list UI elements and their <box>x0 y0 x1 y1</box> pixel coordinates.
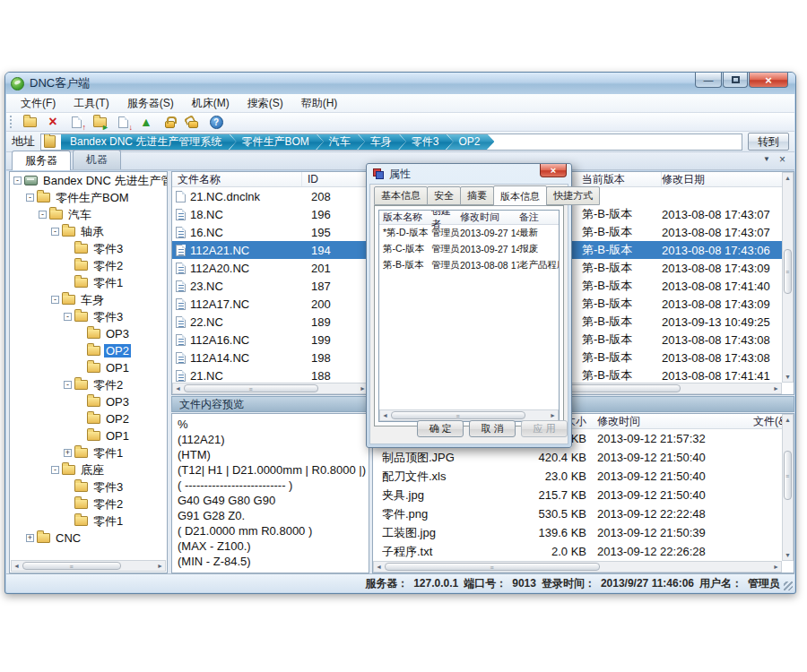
tree-expander[interactable]: - <box>64 381 72 389</box>
column-note[interactable]: 备注 <box>519 211 559 224</box>
tree-item-bom[interactable]: -零件生产BOM <box>10 189 167 206</box>
title-bar[interactable]: DNC客户端 — × <box>5 73 795 94</box>
tree-hscrollbar[interactable]: ◄ ≡ ► <box>11 560 166 572</box>
scroll-thumb[interactable]: ≡ <box>784 451 792 500</box>
tree-item[interactable]: 零件3 <box>10 478 167 495</box>
tree-item-base[interactable]: -底座 <box>10 461 167 478</box>
address-field[interactable]: Bandex DNC 先进生产管理系统 零件生产BOM 汽车 车身 零件3 OP… <box>40 134 742 151</box>
tree-item[interactable]: OP1 <box>10 359 167 376</box>
column-time[interactable]: 修改时间 <box>460 211 519 224</box>
go-button[interactable]: 转到 <box>748 133 789 151</box>
scroll-thumb[interactable]: ≡ <box>391 411 525 419</box>
version-list-vscrollbar[interactable]: ▲ ≡ ▼ <box>782 172 794 383</box>
column-modified-date[interactable]: 修改日期 <box>662 172 794 186</box>
scroll-thumb[interactable]: ≡ <box>22 562 121 570</box>
tree-expander[interactable]: - <box>51 296 59 304</box>
file-row-selected[interactable]: 112A21.NC194 <box>172 241 369 259</box>
menu-machine[interactable]: 机床(M) <box>183 94 239 113</box>
attachment-row[interactable]: 制品顶图.JPG420.4 KB2013-09-12 21:50:40 <box>373 448 794 467</box>
file-list-hscrollbar[interactable]: ◄ ≡ ► <box>172 383 369 394</box>
scroll-right-icon[interactable]: ► <box>155 561 165 571</box>
scroll-thumb[interactable]: ≡ <box>184 384 318 392</box>
version-history-row[interactable]: 第-B-版本管理员2013-08-08 17:...老产品程序 <box>379 257 559 273</box>
menu-search[interactable]: 搜索(S) <box>239 94 292 113</box>
tab-security[interactable]: 安全 <box>427 186 461 205</box>
send-folder-icon[interactable]: ► <box>91 115 108 130</box>
tree-item[interactable]: +零件1 <box>10 444 167 461</box>
attachment-row[interactable]: 配刀文件.xls23.0 KB2013-09-12 21:50:40 <box>373 467 794 486</box>
breadcrumb-root[interactable]: Bandex DNC 先进生产管理系统 <box>61 134 236 151</box>
file-row[interactable]: 16.NC195 <box>172 223 369 241</box>
scroll-up-icon[interactable]: ▲ <box>783 415 793 425</box>
tree-item-carbody[interactable]: -车身 <box>10 291 167 308</box>
tree-item[interactable]: OP3 <box>10 325 167 342</box>
tree-item[interactable]: -零件3 <box>10 308 167 325</box>
tree-expander[interactable]: - <box>51 466 59 474</box>
minimize-button[interactable]: — <box>695 73 722 88</box>
attachment-row[interactable]: 子程序.txt2.0 KB2013-09-12 22:26:28 <box>373 542 794 561</box>
close-panel-icon[interactable]: × <box>779 155 785 164</box>
column-version-name[interactable]: 版本名称 <box>379 211 431 224</box>
scroll-thumb[interactable]: ≡ <box>385 563 600 571</box>
ok-button[interactable]: 确 定 <box>417 420 464 437</box>
breadcrumb-auto[interactable]: 汽车 <box>317 134 365 151</box>
version-history-row[interactable]: 第-C-版本管理员2013-09-27 14:...报废 <box>379 241 559 257</box>
file-row[interactable]: 112A16.NC199 <box>172 331 369 349</box>
file-row[interactable]: 18.NC196 <box>172 205 369 223</box>
scroll-down-icon[interactable]: ▼ <box>783 372 793 382</box>
tree-item[interactable]: 零件2 <box>10 495 167 513</box>
tree-item[interactable]: -零件2 <box>10 376 167 393</box>
column-current-version[interactable]: 当前版本 <box>582 172 662 186</box>
breadcrumb-op2[interactable]: OP2 <box>446 134 494 151</box>
tree-expander[interactable]: - <box>39 211 47 219</box>
attachment-hscrollbar[interactable]: ◄ ≡ ► <box>373 561 782 573</box>
scroll-right-icon[interactable]: ► <box>548 410 558 420</box>
file-row[interactable]: 112A17.NC200 <box>172 295 369 313</box>
scroll-thumb[interactable]: ≡ <box>784 249 792 294</box>
file-row[interactable]: 112A20.NC201 <box>172 259 369 277</box>
tab-machine[interactable]: 机器 <box>73 150 121 169</box>
tree-item[interactable]: OP2 <box>10 410 167 427</box>
tree-expander[interactable]: + <box>64 449 72 457</box>
tree-item-root[interactable]: -Bandex DNC 先进生产管理系 <box>10 172 167 189</box>
attachment-row[interactable]: 工装图.jpg139.6 KB2013-09-12 21:50:39 <box>373 523 794 542</box>
scroll-left-icon[interactable]: ◄ <box>374 562 384 572</box>
attachment-row[interactable]: 夹具.jpg215.7 KB2013-09-12 21:50:40 <box>373 486 794 504</box>
chevron-down-icon[interactable]: ▼ <box>763 155 770 164</box>
tree-expander[interactable]: + <box>26 534 34 542</box>
toolbar-grip[interactable] <box>10 116 13 128</box>
cancel-button[interactable]: 取 消 <box>469 420 516 437</box>
scroll-right-icon[interactable]: ► <box>771 383 781 393</box>
apply-button[interactable]: 应 用 <box>521 420 568 437</box>
checkout-file-icon[interactable]: ↓ <box>115 115 131 130</box>
close-button[interactable]: × <box>749 73 788 88</box>
tree-item[interactable]: OP1 <box>10 427 167 444</box>
unlock-icon[interactable] <box>185 115 201 130</box>
lock-icon[interactable] <box>161 115 178 130</box>
delete-icon[interactable]: × <box>45 115 61 130</box>
menu-server[interactable]: 服务器(S) <box>118 94 183 113</box>
scroll-left-icon[interactable]: ◄ <box>173 383 183 393</box>
help-icon[interactable]: ? <box>208 115 224 130</box>
tab-server[interactable]: 服务器 <box>12 151 71 170</box>
tree-item[interactable]: 零件1 <box>10 513 167 530</box>
column-modified-time[interactable]: 修改时间 <box>588 414 714 429</box>
upload-icon[interactable]: ▲ <box>138 115 154 130</box>
file-row[interactable]: 21.NC188 <box>172 366 369 384</box>
resize-grip[interactable] <box>784 582 793 590</box>
new-folder-icon[interactable] <box>22 115 38 130</box>
breadcrumb-body[interactable]: 车身 <box>358 134 406 151</box>
tree-item[interactable]: 零件3 <box>10 240 167 257</box>
file-row[interactable]: 21.NC.dnclnk208 <box>172 187 369 205</box>
dialog-close-button[interactable]: × <box>540 164 567 177</box>
tree-expander[interactable]: - <box>13 177 22 185</box>
tree-item-cnc[interactable]: +CNC <box>10 530 167 547</box>
tree-item-op2-selected[interactable]: OP2 <box>10 342 167 359</box>
tree-item[interactable]: OP3 <box>10 393 167 410</box>
checkin-file-icon[interactable]: ↑ <box>68 115 84 130</box>
file-row[interactable]: 22.NC189 <box>172 313 369 331</box>
column-id[interactable]: ID <box>302 172 369 186</box>
tree-item[interactable]: 零件2 <box>10 257 167 274</box>
version-history-row[interactable]: *第-D-版本管理员2013-09-27 14:...最新 <box>379 225 559 241</box>
tab-summary[interactable]: 摘要 <box>460 186 494 205</box>
